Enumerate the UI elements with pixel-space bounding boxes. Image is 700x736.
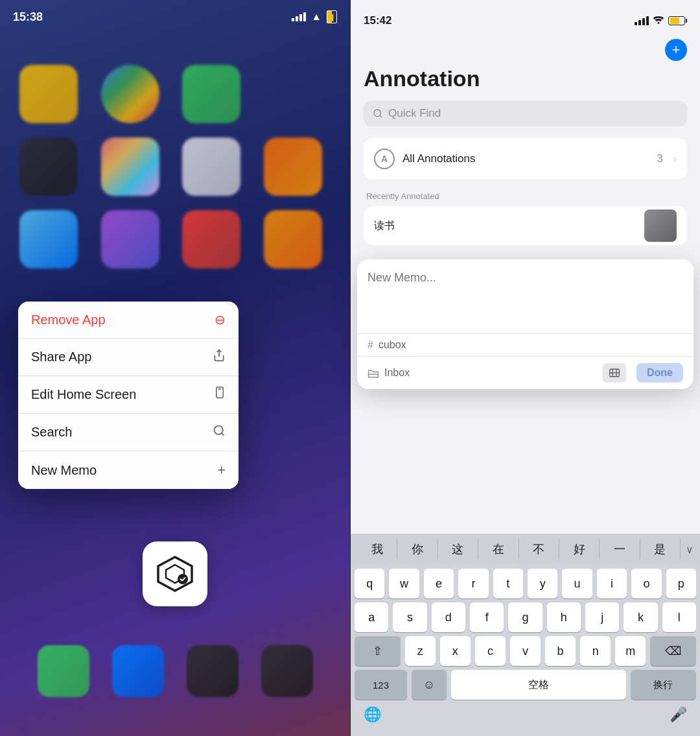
battery-icon-right [668, 16, 687, 25]
share-app-label: Share App [31, 350, 91, 364]
annotation-badge: A [374, 148, 395, 169]
space-key[interactable]: 空格 [451, 670, 626, 700]
cn-word-7[interactable]: 一 [600, 539, 640, 560]
app-icon [19, 137, 78, 196]
plus-icon: + [217, 462, 226, 479]
key-a[interactable]: a [355, 602, 388, 632]
app-icon-empty [264, 65, 322, 123]
key-j[interactable]: j [585, 602, 619, 632]
cn-word-3[interactable]: 这 [438, 539, 478, 560]
wifi-icon: ▲ [311, 11, 321, 23]
cn-word-4[interactable]: 在 [478, 539, 519, 560]
edit-home-label: Edit Home Screen [31, 387, 136, 402]
app-icon [101, 137, 159, 196]
menu-item-edit-home[interactable]: Edit Home Screen [18, 376, 239, 414]
key-s[interactable]: s [393, 602, 426, 632]
app-icon [19, 210, 78, 268]
keyboard: 我 你 这 在 不 好 一 是 ∨ q w e r t y u i o p a … [351, 534, 700, 736]
numbers-key[interactable]: 123 [355, 670, 407, 700]
scan-button[interactable] [603, 363, 626, 383]
key-b[interactable]: b [545, 636, 576, 666]
cn-word-5[interactable]: 不 [519, 539, 559, 560]
hash-icon: # [368, 339, 373, 351]
app-grid [0, 52, 350, 281]
dock [0, 645, 350, 697]
menu-item-new-memo[interactable]: New Memo + [18, 451, 239, 489]
all-annotations-row[interactable]: A All Annotations 3 › [364, 138, 687, 180]
app-icon [182, 65, 240, 123]
memo-input[interactable] [357, 259, 694, 331]
suggestions-expand-icon[interactable]: ∨ [681, 543, 694, 556]
key-o[interactable]: o [631, 569, 661, 599]
app-icon [101, 65, 159, 123]
recently-annotated-label: Recently Annotated [364, 191, 687, 201]
key-l[interactable]: l [662, 602, 696, 632]
search-icon-right [373, 108, 383, 119]
keyboard-row-2: a s d f g h j k l [355, 602, 696, 632]
remove-app-icon: ⊖ [215, 312, 226, 327]
svg-line-10 [380, 115, 382, 117]
chinese-suggestions-bar: 我 你 这 在 不 好 一 是 ∨ [351, 534, 700, 565]
key-u[interactable]: u [562, 569, 592, 599]
key-c[interactable]: c [475, 636, 506, 666]
emoji-key[interactable]: ☺ [412, 670, 447, 700]
key-f[interactable]: f [470, 602, 504, 632]
app-icon [264, 210, 322, 268]
key-t[interactable]: t [493, 569, 523, 599]
key-k[interactable]: k [624, 602, 657, 632]
key-w[interactable]: w [389, 569, 419, 599]
add-button[interactable]: + [665, 39, 687, 61]
remove-app-label: Remove App [31, 313, 106, 327]
key-h[interactable]: h [547, 602, 581, 632]
search-bar[interactable]: Quick Find [364, 101, 687, 126]
key-d[interactable]: d [432, 602, 465, 632]
signal-icon [292, 12, 306, 21]
done-button[interactable]: Done [636, 363, 683, 383]
context-menu: Remove App ⊖ Share App Edit Home Screen [18, 302, 239, 489]
status-icons-left: ▲ ▮ [292, 10, 337, 23]
app-header: + [364, 39, 687, 61]
key-q[interactable]: q [355, 569, 384, 599]
battery-icon: ▮ [327, 10, 337, 23]
key-v[interactable]: v [510, 636, 541, 666]
status-time-right: 15:42 [364, 14, 391, 27]
menu-item-share-app[interactable]: Share App [18, 338, 239, 376]
new-memo-label: New Memo [31, 463, 97, 478]
key-p[interactable]: p [666, 569, 696, 599]
app-icon [182, 210, 240, 268]
app-icon [19, 65, 78, 123]
recent-item-title: 读书 [374, 219, 395, 233]
keyboard-row-1: q w e r t y u i o p [355, 569, 696, 599]
cn-word-6[interactable]: 好 [559, 539, 600, 560]
key-n[interactable]: n [580, 636, 611, 666]
shift-key[interactable]: ⇧ [355, 636, 401, 666]
right-panel: 15:42 [351, 0, 700, 736]
key-y[interactable]: y [528, 569, 557, 599]
annotation-count: 3 [657, 152, 662, 165]
menu-item-search[interactable]: Search [18, 414, 239, 451]
key-g[interactable]: g [508, 602, 542, 632]
cn-word-1[interactable]: 我 [357, 539, 397, 560]
dock-icon [261, 645, 313, 697]
cn-word-8[interactable]: 是 [640, 539, 681, 560]
cubox-app-icon[interactable] [143, 541, 207, 606]
svg-marker-5 [158, 557, 192, 591]
key-i[interactable]: i [597, 569, 627, 599]
key-x[interactable]: x [440, 636, 471, 666]
memo-folder-name: Inbox [384, 367, 598, 379]
key-z[interactable]: z [405, 636, 436, 666]
backspace-key[interactable]: ⌫ [650, 636, 696, 666]
key-e[interactable]: e [424, 569, 454, 599]
edit-home-icon [214, 386, 226, 403]
key-m[interactable]: m [615, 636, 646, 666]
menu-item-remove-app[interactable]: Remove App ⊖ [18, 302, 239, 338]
globe-icon[interactable]: 🌐 [364, 706, 381, 723]
status-icons-right [635, 15, 687, 27]
key-r[interactable]: r [458, 569, 488, 599]
keyboard-row-4: 123 ☺ 空格 换行 [355, 670, 696, 700]
return-key[interactable]: 换行 [631, 670, 696, 700]
cn-word-2[interactable]: 你 [397, 539, 438, 560]
signal-icon-right [635, 16, 649, 25]
mic-icon[interactable]: 🎤 [670, 706, 687, 723]
recent-item[interactable]: 读书 [364, 206, 687, 245]
